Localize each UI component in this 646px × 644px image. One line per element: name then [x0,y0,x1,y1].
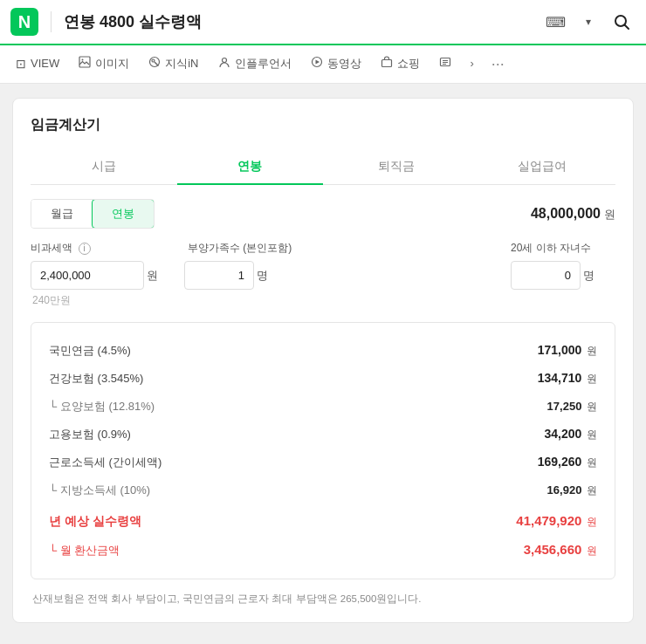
deduction-row-monthly-net: └ 월 환산금액 3,456,660 원 [49,536,597,565]
card-title: 임금계산기 [31,116,615,134]
local-tax-amount: 16,920 원 [547,483,597,498]
employment-amount: 34,200 원 [545,427,597,442]
video-icon [311,56,323,71]
navtab-shopping-label: 쇼핑 [397,56,420,72]
dependents-unit: 명 [257,268,268,284]
longterm-label: └ 요양보험 (12.81%) [49,399,155,414]
dependents-input[interactable] [184,261,254,290]
salary-value: 48,000,000 [531,206,601,222]
non-taxable-hint: 240만원 [31,293,615,308]
svg-point-5 [152,59,155,62]
view-icon: ⊡ [16,57,26,71]
chevron-right-icon: › [471,57,474,70]
svg-line-6 [155,63,159,66]
health-label: 건강보험 (3.545%) [49,371,143,387]
salary-display: 48,000,000 원 [531,206,615,223]
income-tax-label: 근로소득세 (간이세액) [49,455,162,470]
children-label: 20세 이하 자녀수 [511,242,591,254]
salary-unit: 원 [604,207,615,223]
annual-net-amount: 41,479,920 원 [516,513,597,530]
calculator-card: 임금계산기 시급 연봉 퇴직금 실업급여 월급 연봉 48,000,000 원 … [12,98,634,623]
subtab-annual[interactable]: 연봉 [92,199,155,229]
income-tax-amount: 169,260 원 [538,455,597,470]
input-labels: 비과세액 i 부양가족수 (본인포함) 20세 이하 자녀수 [31,241,615,256]
info-icon[interactable]: i [79,243,91,255]
svg-rect-10 [381,60,391,67]
tab-severance[interactable]: 퇴직금 [323,150,470,185]
main-content: 임금계산기 시급 연봉 퇴직금 실업급여 월급 연봉 48,000,000 원 … [0,84,646,637]
non-taxable-unit: 원 [147,268,158,284]
dependents-label-container: 부양가족수 (본인포함) [170,241,502,256]
monthly-net-label: └ 월 환산금액 [49,543,120,558]
dependents-label: 부양가족수 (본인포함) [188,242,292,254]
non-taxable-label-container: 비과세액 i [31,241,170,256]
children-label-container: 20세 이하 자녀수 [502,241,615,256]
navtab-view-label: VIEW [31,57,59,70]
dropdown-icon[interactable]: ▾ [574,8,602,36]
navtab-knowledge[interactable]: 지식iN [140,45,207,84]
children-input[interactable] [511,261,581,290]
tab-annual[interactable]: 연봉 [177,150,324,185]
influencer-icon [218,56,230,71]
navtab-video[interactable]: 동영상 [302,45,370,84]
deduction-row-national-pension: 국민연금 (4.5%) 171,000 원 [49,337,597,365]
shopping-icon [381,56,393,71]
navtab-more[interactable]: ··· [484,50,512,79]
annual-net-label: 년 예상 실수령액 [49,514,141,530]
navtab-view[interactable]: ⊡ VIEW [7,45,68,84]
deduction-row-annual-net: 년 예상 실수령액 41,479,920 원 [49,504,597,536]
navtab-video-label: 동영상 [327,56,361,72]
svg-marker-9 [315,60,320,65]
dependents-input-group: 명 [170,261,502,290]
national-pension-amount: 171,000 원 [538,343,597,359]
navtab-image[interactable]: 이미지 [70,45,138,84]
keyboard-icon[interactable]: ⌨ [541,8,569,36]
tab-unemployment[interactable]: 실업급여 [470,150,616,185]
topbar: N 연봉 4800 실수령액 ⌨ ▾ [0,0,646,45]
health-amount: 134,710 원 [538,371,597,387]
navtab-news[interactable] [430,45,460,84]
search-query: 연봉 4800 실수령액 [64,11,533,32]
children-unit: 명 [583,268,594,284]
local-tax-label: └ 지방소득세 (10%) [49,483,150,498]
subtab-monthly[interactable]: 월급 [31,200,93,228]
employment-label: 고용보험 (0.9%) [49,427,131,442]
deduction-row-health: 건강보험 (3.545%) 134,710 원 [49,365,597,393]
sub-tabs: 월급 연봉 [31,199,155,229]
non-taxable-input-group: 원 [31,261,170,290]
monthly-net-amount: 3,456,660 원 [524,542,597,558]
navtab-influencer-label: 인플루언서 [235,56,292,72]
topbar-icons: ⌨ ▾ [541,8,636,36]
navtab-chevron[interactable]: › [462,45,483,84]
non-taxable-label: 비과세액 [31,242,72,254]
sub-tabs-row: 월급 연봉 48,000,000 원 [31,199,615,229]
national-pension-label: 국민연금 (4.5%) [49,343,131,359]
navtab-influencer[interactable]: 인플루언서 [210,45,300,84]
knowledge-icon [148,56,161,71]
svg-point-7 [222,58,226,63]
deduction-section: 국민연금 (4.5%) 171,000 원 건강보험 (3.545%) 134,… [31,322,615,579]
tab-hourly[interactable]: 시급 [31,150,177,185]
deduction-row-local-tax: └ 지방소득세 (10%) 16,920 원 [49,476,597,504]
deduction-row-income-tax: 근로소득세 (간이세액) 169,260 원 [49,449,597,476]
footer-note: 산재보험은 전액 회사 부담이고, 국민연금의 근로자 최대 부담액은 265,… [31,592,615,606]
navtab-image-label: 이미지 [95,56,129,72]
longterm-amount: 17,250 원 [547,400,597,414]
children-input-group: 명 [502,261,615,290]
non-taxable-input[interactable] [31,261,144,290]
deduction-row-longterm: └ 요양보험 (12.81%) 17,250 원 [49,393,597,421]
svg-point-3 [82,59,84,61]
image-icon [79,56,91,71]
naver-logo: N [10,8,38,36]
svg-line-1 [625,25,629,30]
search-icon[interactable] [608,8,636,36]
deduction-row-employment: 고용보험 (0.9%) 34,200 원 [49,421,597,449]
navtab-shopping[interactable]: 쇼핑 [372,45,429,84]
topbar-divider [51,11,52,32]
inputs-row: 원 명 명 [31,261,615,290]
navtab-knowledge-label: 지식iN [165,56,198,72]
news-icon [439,56,451,71]
navtabs: ⊡ VIEW 이미지 지식iN 인플루언서 동영상 쇼핑 [0,45,646,84]
svg-rect-2 [79,57,90,67]
calc-tabs: 시급 연봉 퇴직금 실업급여 [31,150,615,185]
